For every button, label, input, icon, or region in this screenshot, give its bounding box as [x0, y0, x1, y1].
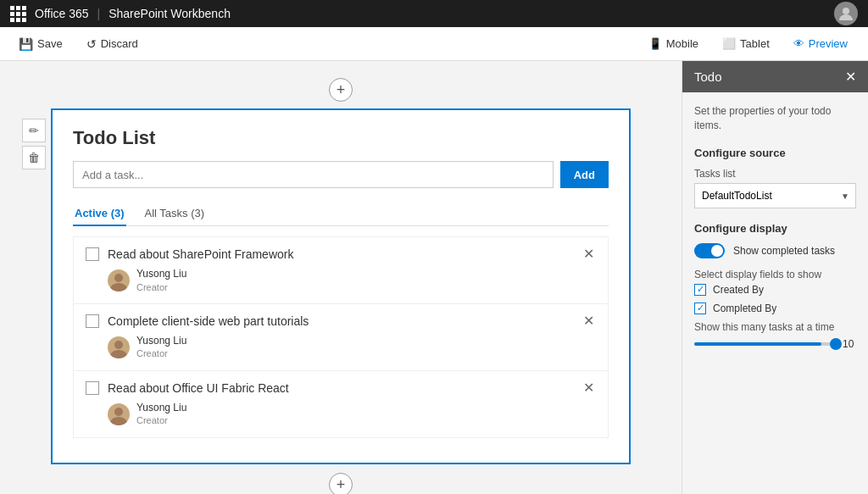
avatar[interactable] [834, 2, 858, 25]
task-text: Read about SharePoint Framework [108, 247, 293, 261]
table-row: Read about SharePoint Framework ✕ Yusong… [73, 236, 609, 304]
svg-point-2 [114, 341, 123, 349]
save-icon: 💾 [19, 37, 33, 51]
svg-point-1 [114, 274, 123, 282]
panel-body: Set the properties of your todo items. C… [682, 92, 868, 494]
mobile-button[interactable]: 📱 Mobile [642, 34, 705, 53]
panel-description: Set the properties of your todo items. [694, 104, 856, 133]
task-list: Read about SharePoint Framework ✕ Yusong… [73, 236, 609, 438]
task-item-left: Read about SharePoint Framework [86, 247, 293, 261]
panel-header: Todo ✕ [682, 61, 868, 92]
add-task-button[interactable]: Add [560, 161, 609, 188]
task-close-button[interactable]: ✕ [581, 314, 596, 328]
creator-role: Creator [136, 281, 186, 293]
creator-name: Yusong Liu [136, 268, 186, 281]
creator-name: Yusong Liu [136, 402, 186, 415]
task-checkbox[interactable] [86, 314, 99, 328]
app-name: Office 365 [35, 7, 89, 20]
created-by-checkbox[interactable]: ✓ [694, 284, 706, 296]
show-completed-toggle[interactable] [694, 243, 725, 258]
check-icon: ✓ [697, 285, 704, 294]
toolbar: 💾 Save ↺ Discard 📱 Mobile ⬜ Tablet 👁 Pre… [0, 27, 868, 61]
task-checkbox[interactable] [86, 247, 99, 261]
slider-fill [694, 342, 821, 346]
creator-name: Yusong Liu [136, 335, 186, 348]
apps-icon[interactable] [10, 6, 26, 22]
svg-point-0 [843, 8, 849, 14]
creator-role: Creator [136, 414, 186, 426]
creator-info: Yusong Liu Creator [136, 268, 186, 293]
panel-title: Todo [694, 69, 722, 84]
task-creator: Yusong Liu Creator [108, 335, 596, 360]
workbench-title: SharePoint Workbench [108, 7, 231, 20]
completed-by-checkbox[interactable]: ✓ [694, 303, 706, 314]
discard-button[interactable]: ↺ Discard [81, 34, 143, 54]
slider-value: 10 [843, 338, 856, 350]
created-by-label: Created By [713, 284, 764, 296]
main-layout: + ✏ 🗑 Todo List Add Active (3 [0, 61, 868, 494]
add-section-top[interactable]: + [51, 78, 631, 102]
nav-divider: | [97, 7, 101, 20]
top-nav: Office 365 | SharePoint Workbench [0, 0, 868, 27]
task-checkbox[interactable] [86, 381, 99, 395]
add-section-bottom-icon[interactable]: + [329, 473, 353, 494]
preview-icon: 👁 [793, 37, 804, 50]
mobile-icon: 📱 [648, 37, 662, 50]
slider-track [694, 342, 836, 346]
trash-icon: 🗑 [28, 151, 40, 164]
add-section-top-icon[interactable]: + [329, 78, 353, 102]
avatar [108, 269, 130, 291]
tab-active[interactable]: Active (3) [73, 202, 126, 226]
pencil-icon: ✏ [29, 124, 39, 137]
save-button[interactable]: 💾 Save [14, 34, 68, 54]
slider-label: Show this many tasks at a time [694, 321, 856, 333]
tasks-list-select-wrapper: DefaultTodoList MyTasks ProjectTasks ▼ [694, 183, 856, 208]
check-icon: ✓ [697, 303, 704, 313]
avatar [108, 336, 130, 358]
configure-display-section-label: Configure display [694, 222, 856, 235]
show-completed-toggle-row: Show completed tasks [694, 243, 856, 258]
creator-info: Yusong Liu Creator [136, 335, 186, 360]
display-fields-label: Select display fields to show [694, 269, 856, 280]
tablet-button[interactable]: ⬜ Tablet [715, 34, 776, 53]
task-item-header: Read about SharePoint Framework ✕ [86, 247, 596, 261]
todo-list-title: Todo List [73, 127, 609, 149]
canvas-area: + ✏ 🗑 Todo List Add Active (3 [0, 61, 682, 494]
task-item-left: Complete client-side web part tutorials [86, 314, 309, 328]
completed-by-label: Completed By [713, 303, 776, 314]
delete-button[interactable]: 🗑 [22, 146, 46, 169]
panel-close-button[interactable]: ✕ [845, 70, 856, 84]
task-close-button[interactable]: ✕ [581, 247, 596, 261]
configure-source-label: Configure source [694, 147, 856, 159]
table-row: Complete client-side web part tutorials … [73, 304, 609, 371]
toggle-thumb [711, 245, 723, 257]
slider-section: Show this many tasks at a time 10 [694, 321, 856, 350]
task-item-header: Read about Office UI Fabric React ✕ [86, 381, 596, 395]
slider-thumb[interactable] [830, 338, 842, 350]
tabs: Active (3) All Tasks (3) [73, 202, 609, 226]
svg-point-3 [114, 408, 123, 416]
discard-icon: ↺ [86, 37, 97, 51]
task-item-header: Complete client-side web part tutorials … [86, 314, 596, 328]
preview-button[interactable]: 👁 Preview [787, 34, 854, 53]
add-task-input[interactable] [73, 161, 554, 188]
task-creator: Yusong Liu Creator [108, 402, 596, 427]
tab-all-tasks[interactable]: All Tasks (3) [143, 202, 207, 226]
tablet-icon: ⬜ [722, 37, 736, 50]
creator-info: Yusong Liu Creator [136, 402, 186, 427]
add-section-bottom[interactable]: + [51, 473, 631, 494]
tasks-list-field-label: Tasks list [694, 168, 856, 180]
edit-pencil-button[interactable]: ✏ [22, 119, 46, 142]
right-panel: Todo ✕ Set the properties of your todo i… [682, 61, 868, 494]
created-by-checkbox-row: ✓ Created By [694, 284, 856, 296]
edit-tools: ✏ 🗑 [22, 119, 46, 169]
avatar [108, 403, 130, 425]
task-close-button[interactable]: ✕ [581, 381, 596, 395]
task-item-left: Read about Office UI Fabric React [86, 381, 289, 395]
show-completed-label: Show completed tasks [733, 245, 835, 257]
task-text: Complete client-side web part tutorials [108, 314, 309, 328]
table-row: Read about Office UI Fabric React ✕ Yuso… [73, 371, 609, 438]
configure-display-label: Configure display [694, 222, 856, 235]
toolbar-right: 📱 Mobile ⬜ Tablet 👁 Preview [642, 34, 854, 53]
tasks-list-select[interactable]: DefaultTodoList MyTasks ProjectTasks [694, 183, 856, 208]
